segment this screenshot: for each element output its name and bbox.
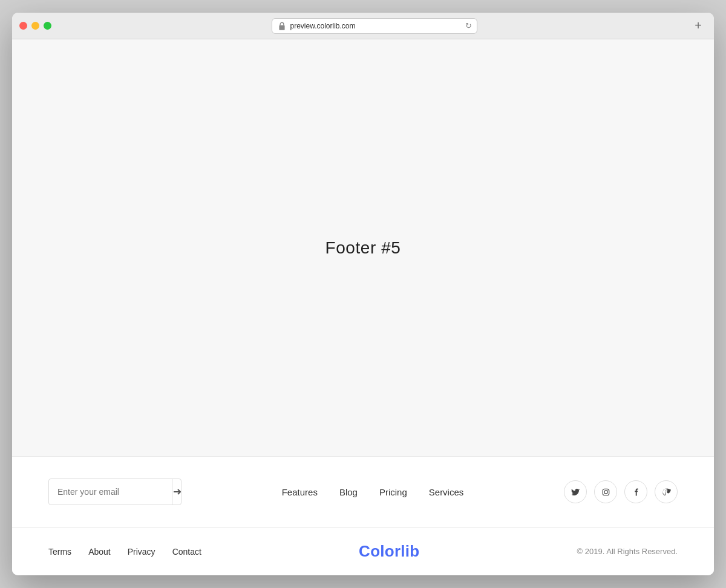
footer-nav-services[interactable]: Services	[429, 487, 464, 497]
pinterest-icon	[662, 488, 671, 497]
address-bar-container: preview.colorlib.com ↻	[59, 18, 690, 34]
twitter-icon-button[interactable]	[564, 480, 587, 503]
terms-link[interactable]: Terms	[48, 547, 71, 557]
footer-nav: Features Blog Pricing Services	[282, 487, 464, 497]
email-input-wrapper	[48, 479, 182, 505]
twitter-icon	[571, 488, 580, 497]
social-icons	[564, 480, 678, 503]
arrow-right-icon	[172, 487, 182, 497]
footer-legal-links: Terms About Privacy Contact	[48, 547, 201, 557]
svg-rect-0	[279, 25, 284, 30]
maximize-button[interactable]	[44, 22, 51, 30]
privacy-link[interactable]: Privacy	[128, 547, 155, 557]
svg-point-4	[607, 489, 608, 490]
footer-main: Features Blog Pricing Services	[12, 457, 714, 528]
reload-button[interactable]: ↻	[465, 21, 472, 30]
facebook-icon-button[interactable]	[624, 480, 647, 503]
email-submit-button[interactable]	[172, 479, 182, 505]
url-text: preview.colorlib.com	[290, 22, 356, 30]
lock-icon	[277, 21, 287, 31]
contact-link[interactable]: Contact	[172, 547, 201, 557]
page-main: Footer #5	[12, 39, 714, 456]
instagram-icon	[601, 488, 610, 497]
footer-wrapper: Features Blog Pricing Services	[12, 456, 714, 575]
minimize-button[interactable]	[31, 22, 39, 30]
browser-content: Footer #5	[12, 39, 714, 575]
pinterest-icon-button[interactable]	[655, 480, 678, 503]
browser-window: preview.colorlib.com ↻ + Footer #5	[12, 13, 714, 575]
email-input[interactable]	[49, 487, 172, 497]
traffic-lights	[19, 22, 51, 30]
close-button[interactable]	[19, 22, 27, 30]
address-bar[interactable]: preview.colorlib.com ↻	[272, 18, 477, 34]
footer-copyright: © 2019. All Rights Reserved.	[577, 547, 678, 556]
svg-point-3	[604, 490, 607, 493]
title-bar: preview.colorlib.com ↻ +	[12, 13, 714, 39]
about-link[interactable]: About	[88, 547, 111, 557]
facebook-icon	[632, 488, 641, 497]
page-heading: Footer #5	[325, 238, 401, 258]
new-tab-button[interactable]: +	[690, 18, 707, 34]
footer-brand[interactable]: Colorlib	[359, 542, 419, 561]
footer-bottom: Terms About Privacy Contact Colorlib © 2…	[12, 528, 714, 575]
footer-nav-blog[interactable]: Blog	[339, 487, 358, 497]
email-form	[48, 479, 182, 505]
footer-nav-pricing[interactable]: Pricing	[379, 487, 407, 497]
instagram-icon-button[interactable]	[594, 480, 617, 503]
footer-nav-features[interactable]: Features	[282, 487, 318, 497]
